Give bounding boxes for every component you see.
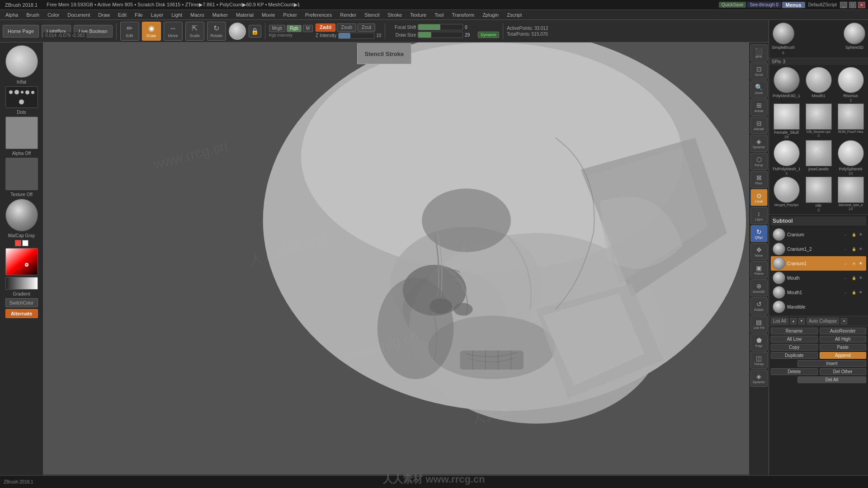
canvas-background[interactable]: Stencil Stroke — [43, 42, 769, 474]
subtool-eye-cranium1[interactable]: 👁 — [859, 262, 864, 266]
subtool-toggle-cranium12[interactable]: – — [844, 247, 850, 251]
menu-tool[interactable]: Tool — [431, 11, 447, 19]
del-all-button[interactable]: Del All — [797, 376, 866, 383]
local-button[interactable]: ⊙ Local — [750, 189, 768, 206]
background-color-swatch[interactable] — [22, 240, 28, 246]
mrgb-button[interactable]: Mrgb — [269, 25, 286, 32]
menu-material[interactable]: Material — [232, 11, 257, 19]
see-through-btn[interactable]: See-through 0 — [747, 2, 781, 8]
menu-stroke[interactable]: Stroke — [384, 11, 406, 19]
menu-draw[interactable]: Draw — [94, 11, 113, 19]
collapse-arrow[interactable]: ➤ — [841, 318, 847, 324]
tool-thumb-polymesh3d[interactable] — [774, 67, 800, 93]
dynamic-2-button[interactable]: ◈ Dynamic — [750, 370, 768, 387]
close-button[interactable]: ✕ — [858, 2, 865, 8]
tool-thumb-merged[interactable] — [774, 177, 800, 203]
list-up-arrow[interactable]: ▲ — [790, 318, 797, 324]
rotate-3d-button[interactable]: ↺ Rotate — [750, 297, 768, 314]
zadd-button[interactable]: Zadd — [316, 23, 335, 32]
copy-button[interactable]: Copy — [771, 344, 818, 351]
bpr-button[interactable]: ⬛ BPR — [750, 44, 768, 61]
matcap-preview[interactable] — [5, 199, 38, 231]
tool-thumb-hlir[interactable] — [806, 177, 832, 203]
tool-thumb-rom-pose[interactable] — [838, 103, 864, 130]
subtool-lock-cranium1[interactable]: 🔒 — [852, 262, 857, 266]
subtool-lock-cranium[interactable]: 🔒 — [852, 233, 857, 237]
rotate-button[interactable]: ↻ Rotate — [207, 22, 226, 41]
texture-preview[interactable] — [5, 158, 38, 190]
subtool-toggle-mouth[interactable]: – — [844, 276, 850, 280]
menu-preferences[interactable]: Preferences — [302, 11, 335, 19]
menu-zscript[interactable]: Zscript — [503, 11, 525, 19]
subtool-eye-mouth[interactable]: 👁 — [859, 276, 864, 280]
subtool-item-mandible[interactable]: Mandible — [771, 300, 866, 314]
menu-stencil[interactable]: Stencil — [361, 11, 383, 19]
m-button[interactable]: M — [303, 25, 313, 32]
floor-button[interactable]: ⊠ Floor — [750, 171, 768, 188]
lock-button[interactable]: 🔒 — [249, 25, 261, 38]
zoom3d-button[interactable]: ⊕ Zoom3D — [750, 279, 768, 296]
polyf-button[interactable]: ⬟ Polyf — [750, 333, 768, 351]
draw-button[interactable]: ◉ Draw — [142, 22, 161, 41]
tool-thumb-tmp[interactable] — [774, 140, 800, 166]
canvas-area[interactable]: Stencil Stroke — [43, 42, 769, 474]
color-picker[interactable] — [5, 248, 38, 275]
minimize-button[interactable]: _ — [840, 2, 847, 8]
actual-button[interactable]: ⊞ Actual — [750, 99, 768, 116]
menu-texture[interactable]: Texture — [406, 11, 430, 19]
subtool-item-mouth[interactable]: Mouth – 🔒 👁 — [771, 271, 866, 285]
stencil-stroke-label[interactable]: Stencil Stroke — [357, 43, 411, 64]
menu-transform[interactable]: Transform — [448, 11, 478, 19]
stroke-preview[interactable] — [5, 86, 38, 108]
subtool-item-cranium[interactable]: Cranium – 🔒 👁 — [771, 227, 866, 242]
quicksave-btn[interactable]: QuickSave — [719, 2, 746, 8]
subtool-lock-mouth1[interactable]: 🔒 — [852, 291, 857, 295]
dynamic-button[interactable]: Dynamic — [478, 32, 499, 38]
alternate-button[interactable]: Alternate — [5, 309, 38, 318]
persp-button[interactable]: ⬡ Persp — [750, 153, 768, 170]
brush-circle-button[interactable] — [229, 23, 246, 40]
menu-color[interactable]: Color — [44, 11, 63, 19]
menu-brush[interactable]: Brush — [23, 11, 43, 19]
draw-size-slider[interactable] — [418, 32, 463, 38]
menu-edit[interactable]: Edit — [114, 11, 130, 19]
scroll-button[interactable]: ⊡ Scroll — [750, 62, 768, 80]
z-intensity-slider[interactable] — [338, 33, 374, 39]
list-down-arrow[interactable]: ▼ — [798, 318, 805, 324]
scale-button[interactable]: ⇱ Scale — [185, 22, 204, 41]
menus-btn[interactable]: Menus — [782, 2, 805, 8]
qryz-button[interactable]: ↻ QRyz — [750, 225, 768, 242]
aahalf-button[interactable]: ⊟ AAHalf — [750, 117, 768, 134]
rgb-button[interactable]: Rgb — [287, 25, 301, 32]
zoom-button[interactable]: 🔍 Zoom — [750, 80, 768, 98]
subtool-item-cranium1[interactable]: Cranium1 – 🔒 👁 — [771, 256, 866, 271]
del-other-button[interactable]: Del Other — [820, 368, 867, 375]
menu-picker[interactable]: Picker — [279, 11, 301, 19]
menu-file[interactable]: File — [131, 11, 146, 19]
alpha-preview[interactable] — [5, 117, 38, 149]
subtool-toggle-mouth1[interactable]: – — [844, 291, 850, 295]
focal-shift-slider[interactable] — [418, 24, 463, 30]
subtool-lock-cranium12[interactable]: 🔒 — [852, 247, 857, 251]
frame-button[interactable]: ▣ Frame — [750, 261, 768, 278]
simple-brush-thumbnail[interactable] — [773, 23, 794, 44]
subtool-item-mouth1[interactable]: Mouth1 – 🔒 👁 — [771, 285, 866, 300]
menu-marker[interactable]: Marker — [209, 11, 231, 19]
default-script-label[interactable]: DefaultZScript — [806, 2, 839, 8]
sphere3d-thumbnail[interactable] — [844, 23, 865, 44]
subtool-item-cranium12[interactable]: Cranium1_2 – 🔒 👁 — [771, 242, 866, 256]
zsub-button[interactable]: Zsub — [337, 23, 356, 32]
rename-button[interactable]: Rename — [771, 328, 818, 334]
foreground-color-swatch[interactable] — [15, 240, 21, 246]
subtool-toggle-cranium1[interactable]: – — [844, 262, 850, 266]
tool-thumb-neutral-lips[interactable] — [806, 103, 832, 130]
append-button[interactable]: Append — [820, 352, 867, 359]
menu-document[interactable]: Document — [64, 11, 94, 19]
menu-render[interactable]: Render — [336, 11, 360, 19]
menu-macro[interactable]: Macro — [187, 11, 208, 19]
all-high-button[interactable]: All High — [820, 336, 867, 343]
menu-movie[interactable]: Movie — [258, 11, 278, 19]
tool-thumb-jose[interactable] — [806, 140, 832, 166]
tool-thumb-risorius[interactable] — [838, 67, 864, 93]
maximize-button[interactable]: □ — [849, 2, 856, 8]
